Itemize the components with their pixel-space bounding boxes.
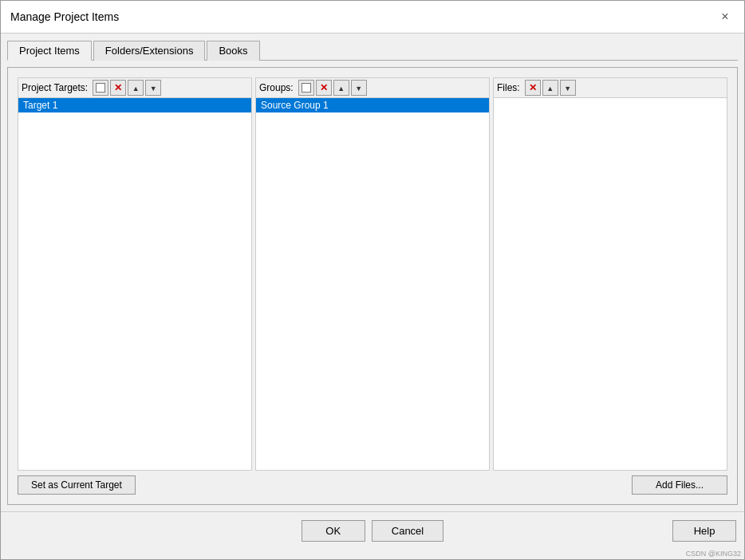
targets-list: Target 1 xyxy=(18,98,251,470)
dialog-title: Manage Project Items xyxy=(10,10,119,23)
groups-delete-button[interactable]: ✕ xyxy=(316,80,332,96)
title-bar: Manage Project Items × xyxy=(1,1,744,34)
tab-project-items[interactable]: Project Items xyxy=(7,41,92,61)
groups-header: Groups: ✕ xyxy=(256,78,489,98)
targets-up-button[interactable] xyxy=(128,80,144,96)
delete-file-icon: ✕ xyxy=(529,82,537,93)
groups-new-button[interactable] xyxy=(298,80,314,96)
targets-new-button[interactable] xyxy=(93,80,108,96)
tab-books[interactable]: Books xyxy=(207,41,259,61)
groups-list: Source Group 1 xyxy=(256,98,489,470)
watermark: CSDN @KING32 xyxy=(1,550,744,559)
files-list xyxy=(494,98,727,470)
footer-center-buttons: OK Cancel xyxy=(302,520,443,542)
list-item[interactable]: Source Group 1 xyxy=(256,98,489,112)
project-targets-panel: Project Targets: ✕ xyxy=(18,77,252,471)
targets-label: Project Targets: xyxy=(22,82,88,93)
groups-down-button[interactable] xyxy=(351,80,367,96)
footer-right: Help xyxy=(672,520,736,542)
cancel-button[interactable]: Cancel xyxy=(372,520,443,542)
groups-up-icon xyxy=(337,84,345,93)
add-files-button[interactable]: Add Files... xyxy=(632,475,727,495)
files-header: Files: ✕ xyxy=(494,78,727,98)
files-up-button[interactable] xyxy=(542,80,558,96)
main-panel: Project Targets: ✕ xyxy=(7,67,738,505)
dialog-footer: OK Cancel Help xyxy=(1,511,744,550)
dialog-body: Project Items Folders/Extensions Books P… xyxy=(1,34,744,511)
groups-panel: Groups: ✕ xyxy=(255,77,490,471)
manage-project-items-dialog: Manage Project Items × Project Items Fol… xyxy=(0,0,745,560)
groups-down-icon xyxy=(355,84,362,93)
close-button[interactable]: × xyxy=(715,7,735,26)
files-down-icon xyxy=(564,84,571,93)
files-label: Files: xyxy=(497,82,520,93)
groups-up-button[interactable] xyxy=(333,80,349,96)
files-panel: Files: ✕ xyxy=(493,77,727,471)
help-button[interactable]: Help xyxy=(672,520,736,542)
delete-group-icon: ✕ xyxy=(320,82,328,93)
ok-button[interactable]: OK xyxy=(302,520,365,542)
targets-down-button[interactable] xyxy=(145,80,161,96)
panels-row: Project Targets: ✕ xyxy=(18,77,727,471)
tabs-bar: Project Items Folders/Extensions Books xyxy=(7,40,738,61)
new-target-icon xyxy=(96,83,105,93)
files-up-icon xyxy=(546,84,554,93)
files-down-button[interactable] xyxy=(560,80,576,96)
list-item[interactable]: Target 1 xyxy=(18,98,251,112)
new-group-icon xyxy=(302,83,311,93)
targets-delete-button[interactable]: ✕ xyxy=(110,80,126,96)
targets-down-icon xyxy=(150,84,157,93)
targets-up-icon xyxy=(132,84,140,93)
files-delete-button[interactable]: ✕ xyxy=(525,80,541,96)
tab-folders-extensions[interactable]: Folders/Extensions xyxy=(93,41,206,61)
delete-target-icon: ✕ xyxy=(114,82,122,93)
set-current-target-button[interactable]: Set as Current Target xyxy=(18,475,136,495)
panels-action-buttons: Set as Current Target Add Files... xyxy=(18,475,727,495)
groups-label: Groups: xyxy=(259,82,294,93)
targets-header: Project Targets: ✕ xyxy=(18,78,251,98)
footer-inner: OK Cancel Help xyxy=(9,520,736,542)
